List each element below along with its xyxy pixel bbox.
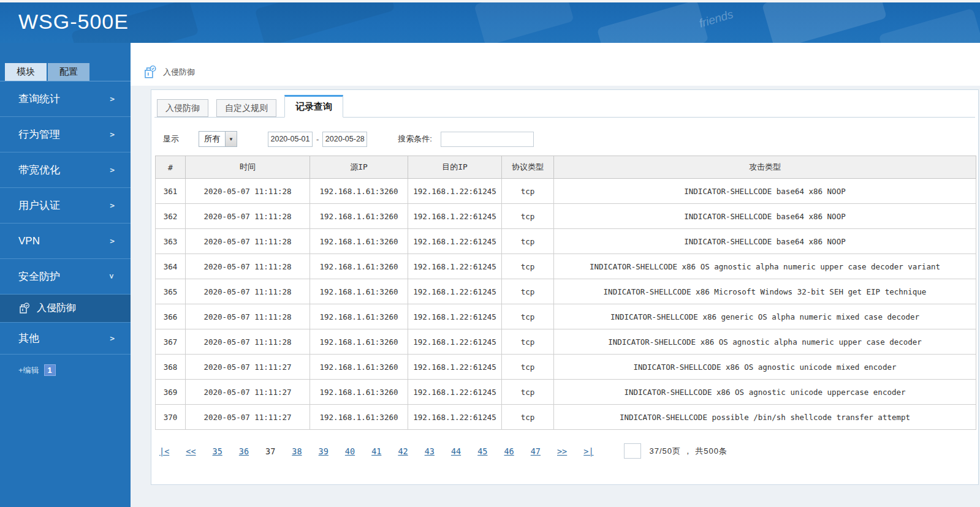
- sidebar-item-bandwidth[interactable]: 带宽优化 >: [0, 152, 131, 188]
- table-row: 3662020-05-07 11:11:28192.168.1.61:32601…: [156, 304, 976, 329]
- log-table: # 时间 源IP 目的IP 协议类型 攻击类型 3612020-05-07 11…: [155, 156, 976, 430]
- page-link[interactable]: 46: [504, 446, 514, 456]
- date-range-separator: -: [316, 135, 319, 144]
- content-panel: 入侵防御 自定义规则 记录查询 显示 所有 ▼ - 搜索条件:: [151, 89, 979, 485]
- table-row: 3672020-05-07 11:11:28192.168.1.61:32601…: [156, 329, 976, 355]
- chevron-down-icon: >: [108, 274, 117, 279]
- search-input[interactable]: [441, 132, 534, 147]
- page-link[interactable]: 42: [398, 446, 408, 456]
- page-link[interactable]: 40: [345, 446, 355, 456]
- chevron-right-icon: >: [110, 236, 115, 246]
- display-label: 显示: [163, 133, 179, 145]
- search-label: 搜索条件:: [398, 133, 432, 145]
- chevron-right-icon: >: [110, 201, 115, 210]
- table-row: 3632020-05-07 11:11:28192.168.1.61:32601…: [156, 229, 976, 254]
- col-header-time: 时间: [186, 156, 310, 179]
- col-header-index: #: [156, 156, 186, 179]
- sidebar-item-query-stats[interactable]: 查询统计 >: [0, 81, 131, 117]
- sidebar-tab-bar: 模块 配置: [5, 63, 131, 81]
- breadcrumb: 入侵防御: [131, 43, 980, 86]
- page-link[interactable]: 43: [425, 446, 435, 456]
- chevron-right-icon: >: [110, 165, 115, 175]
- table-row: 3692020-05-07 11:11:27192.168.1.61:32601…: [156, 380, 976, 405]
- table-row: 3682020-05-07 11:11:27192.168.1.61:32601…: [156, 355, 976, 380]
- sidebar-tab-config[interactable]: 配置: [48, 63, 89, 81]
- stamp-check-icon: [142, 65, 157, 80]
- sidebar-tab-modules[interactable]: 模块: [5, 63, 47, 81]
- page-prev-link[interactable]: <<: [186, 446, 196, 456]
- keyboard-key-decor: [878, 8, 980, 43]
- pagination: |< << 35 36 37 38 39 40 41 42 43 44 45 4…: [159, 443, 975, 459]
- keyboard-key-decor: [254, 2, 395, 43]
- app-header: friends WSG-500E: [0, 2, 980, 43]
- col-header-protocol: 协议类型: [502, 156, 554, 179]
- page-next-link[interactable]: >>: [557, 446, 567, 456]
- col-header-dest-ip: 目的IP: [408, 156, 502, 179]
- page-first-link[interactable]: |<: [159, 446, 169, 456]
- col-header-source-ip: 源IP: [310, 156, 408, 179]
- tab-intrusion-prevention[interactable]: 入侵防御: [157, 99, 208, 117]
- page-link[interactable]: 47: [531, 446, 541, 456]
- edit-count-badge: 1: [44, 364, 56, 376]
- table-row: 3702020-05-07 11:11:27192.168.1.61:32601…: [156, 405, 976, 430]
- sidebar: 模块 配置 查询统计 > 行为管理 > 带宽优化 > 用户认证 > VPN >: [0, 43, 131, 507]
- keyboard-key-decor: [474, 2, 574, 43]
- page-link[interactable]: 36: [239, 446, 249, 456]
- sidebar-menu: 查询统计 > 行为管理 > 带宽优化 > 用户认证 > VPN > 安全防护 >: [0, 81, 131, 355]
- display-select[interactable]: 所有 ▼: [199, 131, 237, 147]
- main-content: 入侵防御 入侵防御 自定义规则 记录查询 显示 所有 ▼ - 搜索条件:: [131, 43, 980, 507]
- app-window: friends WSG-500E 模块 配置 查询统计 > 行为管理 > 带宽优…: [0, 0, 980, 507]
- page-last-link[interactable]: >|: [583, 446, 593, 456]
- app-title: WSG-500E: [18, 10, 129, 34]
- sidebar-subitem-intrusion-prevention[interactable]: 入侵防御: [0, 295, 131, 323]
- page-jump-input[interactable]: [624, 443, 641, 459]
- caret-down-icon: ▼: [225, 132, 237, 146]
- breadcrumb-label: 入侵防御: [163, 67, 195, 80]
- page-link[interactable]: 41: [371, 446, 381, 456]
- page-link[interactable]: 44: [451, 446, 461, 456]
- sidebar-item-other[interactable]: 其他 >: [0, 323, 131, 355]
- tab-record-query[interactable]: 记录查询: [284, 95, 343, 118]
- tab-bar: 入侵防御 自定义规则 记录查询: [154, 95, 975, 118]
- col-header-attack-type: 攻击类型: [554, 156, 976, 179]
- table-row: 3652020-05-07 11:11:28192.168.1.61:32601…: [156, 279, 976, 304]
- page-link[interactable]: 39: [319, 446, 329, 456]
- page-current: 37: [265, 446, 275, 456]
- table-row: 3622020-05-07 11:11:28192.168.1.61:32601…: [156, 204, 976, 229]
- page-link[interactable]: 45: [477, 446, 487, 456]
- sidebar-item-behavior-mgmt[interactable]: 行为管理 >: [0, 117, 131, 152]
- table-row: 3642020-05-07 11:11:28192.168.1.61:32601…: [156, 254, 976, 279]
- table-row: 3612020-05-07 11:11:28192.168.1.61:32601…: [156, 179, 976, 204]
- display-select-value: 所有: [199, 132, 225, 146]
- sidebar-item-vpn[interactable]: VPN >: [0, 223, 131, 259]
- keyboard-key-decor: [597, 2, 709, 43]
- sidebar-item-security[interactable]: 安全防护 >: [0, 259, 131, 295]
- tab-custom-rules[interactable]: 自定义规则: [216, 99, 276, 117]
- chevron-right-icon: >: [110, 334, 115, 343]
- sidebar-item-user-auth[interactable]: 用户认证 >: [0, 188, 131, 223]
- keyboard-key-word: friends: [697, 7, 735, 31]
- table-header-row: # 时间 源IP 目的IP 协议类型 攻击类型: [156, 156, 976, 179]
- stamp-check-icon: [17, 302, 31, 315]
- page-link[interactable]: 38: [292, 446, 302, 456]
- keyboard-key-decor: [762, 2, 887, 43]
- chevron-right-icon: >: [110, 94, 115, 103]
- date-to-input[interactable]: [322, 132, 367, 147]
- date-from-input[interactable]: [268, 132, 313, 147]
- filter-bar: 显示 所有 ▼ - 搜索条件:: [163, 131, 975, 147]
- pagination-status: 37/50页 ， 共500条: [650, 446, 727, 457]
- sidebar-edit-button[interactable]: +编辑 1: [18, 364, 131, 376]
- chevron-right-icon: >: [110, 130, 115, 139]
- page-link[interactable]: 35: [213, 446, 222, 456]
